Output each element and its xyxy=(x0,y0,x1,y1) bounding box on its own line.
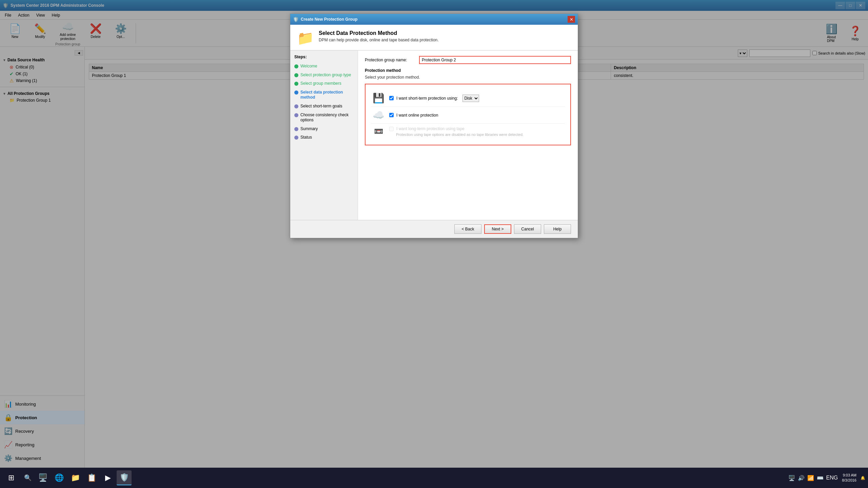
dialog-header-icon: 📁 xyxy=(297,30,314,46)
step-label-select-method: Select data protection method xyxy=(300,90,354,100)
group-name-label: Protection group name: xyxy=(365,58,416,62)
dialog-titlebar: 🛡️ Create New Protection Group ✕ xyxy=(290,14,578,25)
tray-monitor-icon: 🖥️ xyxy=(788,475,795,481)
dialog-body: Steps: Welcome Select protection group t… xyxy=(290,50,578,220)
method-option-tape: 📼 I want long-term protection using tape… xyxy=(371,124,565,139)
step-label-consistency: Choose consistency check options xyxy=(300,113,354,123)
steps-title: Steps: xyxy=(290,55,358,62)
dialog-close-button[interactable]: ✕ xyxy=(568,16,575,23)
tape-icon: 📼 xyxy=(372,127,384,136)
tape-subtext: Protection using tape options are disabl… xyxy=(389,133,524,137)
taskbar-notification-icon[interactable]: 🔔 xyxy=(861,476,865,480)
help-button[interactable]: Help xyxy=(544,224,571,234)
taskbar-icon-terminal[interactable]: ▶ xyxy=(100,470,115,485)
step-status[interactable]: Status xyxy=(290,133,358,142)
dialog-title-icon: 🛡️ xyxy=(293,17,299,22)
steps-panel: Steps: Welcome Select protection group t… xyxy=(290,50,358,220)
taskbar-search-button[interactable]: 🔍 xyxy=(21,471,35,485)
step-label-welcome: Welcome xyxy=(300,64,317,69)
step-label-select-type: Select protection group type xyxy=(300,73,351,78)
protection-method-label: Protection method xyxy=(365,68,571,73)
group-name-row: Protection group name: xyxy=(365,56,571,64)
step-short-term[interactable]: Select short-term goals xyxy=(290,102,358,111)
next-button[interactable]: Next > xyxy=(484,224,511,234)
cloud-icon: ☁️ xyxy=(372,109,384,121)
back-button[interactable]: < Back xyxy=(454,224,481,234)
step-label-select-members: Select group members xyxy=(300,81,341,86)
taskbar-icon-dpm[interactable]: 🛡️ xyxy=(117,470,132,485)
form-panel: Protection group name: Protection method… xyxy=(358,50,578,220)
dialog-footer: < Back Next > Cancel Help xyxy=(290,220,578,238)
tape-checkbox xyxy=(389,127,394,131)
step-dot-status xyxy=(294,136,298,140)
taskbar-date: 8/3/2016 xyxy=(842,478,856,483)
tray-keyboard-icon: ⌨️ xyxy=(817,475,824,481)
taskbar-icon-notes[interactable]: 📋 xyxy=(84,470,99,485)
step-dot-short-term xyxy=(294,104,298,108)
step-welcome[interactable]: Welcome xyxy=(290,62,358,71)
step-dot-select-members xyxy=(294,82,298,86)
shortterm-content: I want short-term protection using: Disk… xyxy=(389,95,564,102)
step-dot-consistency xyxy=(294,113,298,117)
step-label-short-term: Select short-term goals xyxy=(300,104,342,109)
taskbar-right: 🖥️ 🔊 📶 ⌨️ ENG 9:03 AM 8/3/2016 🔔 xyxy=(788,473,866,483)
step-select-method[interactable]: Select data protection method xyxy=(290,88,358,102)
taskbar-tray: 🖥️ 🔊 📶 ⌨️ ENG xyxy=(788,475,838,481)
dialog-header-title: Select Data Protection Method xyxy=(319,30,439,36)
dialog-header-desc: DPM can help provide disk, online and ta… xyxy=(319,38,439,42)
dialog-header-text: Select Data Protection Method DPM can he… xyxy=(319,30,439,42)
method-option-shortterm: 💾 I want short-term protection using: Di… xyxy=(371,90,565,107)
step-dot-select-method xyxy=(294,90,298,95)
online-label: I want online protection xyxy=(396,113,438,118)
cancel-button[interactable]: Cancel xyxy=(514,224,541,234)
step-label-status: Status xyxy=(300,135,312,140)
shortterm-label: I want short-term protection using: xyxy=(396,96,458,101)
taskbar-time: 9:03 AM xyxy=(842,473,856,478)
taskbar: ⊞ 🔍 🖥️ 🌐 📁 📋 ▶ 🛡️ 🖥️ 🔊 📶 ⌨️ ENG 9:03 AM … xyxy=(0,468,868,488)
online-content: I want online protection xyxy=(389,113,564,118)
step-dot-welcome xyxy=(294,64,298,68)
step-dot-summary xyxy=(294,127,298,131)
tape-label: I want long-term protection using tape xyxy=(396,126,465,131)
tape-content: I want long-term protection using tape P… xyxy=(389,126,564,137)
taskbar-icon-desktop[interactable]: 🖥️ xyxy=(35,470,50,485)
dialog-header: 📁 Select Data Protection Method DPM can … xyxy=(290,25,578,50)
step-dot-select-type xyxy=(294,73,298,77)
method-options-box: 💾 I want short-term protection using: Di… xyxy=(365,84,571,145)
shortterm-dropdown[interactable]: Disk Tape xyxy=(462,95,479,102)
start-button[interactable]: ⊞ xyxy=(3,469,20,486)
taskbar-datetime: 9:03 AM 8/3/2016 xyxy=(842,473,856,483)
step-consistency[interactable]: Choose consistency check options xyxy=(290,111,358,125)
group-name-input[interactable] xyxy=(419,56,571,64)
dialog-overlay: 🛡️ Create New Protection Group ✕ 📁 Selec… xyxy=(0,0,868,468)
step-label-summary: Summary xyxy=(300,126,318,132)
online-checkbox[interactable] xyxy=(389,113,394,117)
create-protection-group-dialog: 🛡️ Create New Protection Group ✕ 📁 Selec… xyxy=(290,14,578,238)
taskbar-icon-ie[interactable]: 🌐 xyxy=(52,470,66,485)
step-select-members[interactable]: Select group members xyxy=(290,79,358,88)
step-summary[interactable]: Summary xyxy=(290,125,358,134)
tray-network-icon: 📶 xyxy=(807,475,814,481)
step-select-type[interactable]: Select protection group type xyxy=(290,71,358,80)
dialog-title: Create New Protection Group xyxy=(301,17,357,22)
method-option-online: ☁️ I want online protection xyxy=(371,107,565,124)
shortterm-checkbox[interactable] xyxy=(389,96,394,100)
tray-sound-icon: 🔊 xyxy=(798,475,805,481)
protection-method-section: Protection method Select your protection… xyxy=(365,68,571,145)
tray-lang: ENG xyxy=(826,475,838,481)
protection-method-desc: Select your protection method. xyxy=(365,75,571,80)
disk-icon: 💾 xyxy=(372,93,384,104)
taskbar-icon-explorer[interactable]: 📁 xyxy=(68,470,83,485)
